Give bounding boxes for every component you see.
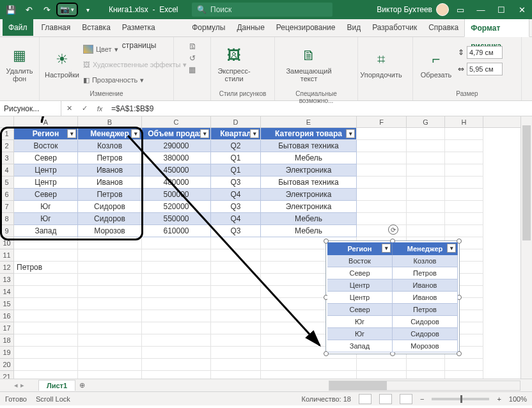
cell[interactable] <box>407 152 445 164</box>
tab-picture-format[interactable]: Формат рисунка <box>464 19 529 37</box>
row-header-20[interactable]: 20 <box>0 359 13 371</box>
cell[interactable] <box>14 249 78 262</box>
cell[interactable]: Восток <box>14 140 78 152</box>
zoom-level[interactable]: 100% <box>509 395 527 403</box>
cell[interactable]: Центр <box>14 164 78 177</box>
cell[interactable]: Q3 <box>211 201 261 213</box>
width-input[interactable]: 5,95 см <box>467 63 503 75</box>
cell[interactable]: Север <box>14 152 78 164</box>
cell[interactable]: Q4 <box>211 189 261 201</box>
cancel-fx-icon[interactable]: ✕ <box>61 101 77 116</box>
cell[interactable] <box>14 359 78 371</box>
search-box[interactable]: 🔍 Поиск <box>192 3 332 17</box>
ribbon-options-icon[interactable]: ▭ <box>450 0 471 19</box>
cell[interactable] <box>142 237 211 249</box>
cell[interactable]: Петров <box>14 262 78 274</box>
horizontal-scrollbar[interactable] <box>329 381 520 391</box>
camera-tool-highlight[interactable]: 📷 ▾ <box>56 3 78 17</box>
cell[interactable] <box>78 298 142 310</box>
cell[interactable] <box>407 213 445 225</box>
formula-input[interactable]: =$A$1:$B$9 <box>107 104 532 113</box>
cell[interactable] <box>445 359 483 371</box>
cell[interactable] <box>445 177 483 189</box>
cell[interactable]: Север <box>14 189 78 201</box>
cell[interactable] <box>211 334 261 347</box>
cell[interactable]: Электроника <box>261 201 357 213</box>
cell[interactable] <box>14 334 78 347</box>
cell[interactable]: Электроника <box>261 164 357 177</box>
cell[interactable] <box>78 334 142 347</box>
cell[interactable] <box>142 286 211 298</box>
row-header-3[interactable]: 3 <box>0 152 13 164</box>
enter-fx-icon[interactable]: ✓ <box>77 101 92 116</box>
zoom-out-button[interactable]: − <box>420 395 424 403</box>
col-header-A[interactable]: A <box>14 116 78 127</box>
cell[interactable] <box>142 371 211 379</box>
normal-view-button[interactable] <box>359 394 372 404</box>
row-header-17[interactable]: 17 <box>0 322 13 334</box>
remove-background-button[interactable]: ▦Удалить фон <box>5 40 34 88</box>
row-header-12[interactable]: 12 <box>0 262 13 274</box>
cell[interactable]: 520000 <box>142 201 211 213</box>
cell[interactable] <box>445 213 483 225</box>
cell[interactable]: Q1 <box>211 152 261 164</box>
row-header-10[interactable]: 10 <box>0 237 13 249</box>
cell[interactable]: Квартал▾ <box>211 128 261 140</box>
cell[interactable] <box>357 164 407 177</box>
filter-dropdown-icon[interactable]: ▾ <box>250 129 259 138</box>
cell[interactable]: Q2 <box>211 140 261 152</box>
sheet-tab[interactable]: Лист1 <box>38 380 75 391</box>
row-header-6[interactable]: 6 <box>0 189 13 201</box>
cell[interactable] <box>14 298 78 310</box>
cell[interactable] <box>78 237 142 249</box>
row-header-14[interactable]: 14 <box>0 286 13 298</box>
cell[interactable] <box>14 371 78 379</box>
cell[interactable]: 380000 <box>142 152 211 164</box>
cell[interactable] <box>78 249 142 262</box>
save-icon[interactable]: 💾 <box>3 1 19 18</box>
row-header-7[interactable]: 7 <box>0 201 13 213</box>
row-header-11[interactable]: 11 <box>0 249 13 262</box>
vertical-scrollbar[interactable] <box>520 116 532 381</box>
cell[interactable]: 450000 <box>142 164 211 177</box>
pasted-camera-picture[interactable]: ⟳ Регион▾Менеджер▾ВостокКозловСеверПетро… <box>325 240 460 354</box>
col-header-B[interactable]: B <box>78 116 142 127</box>
cell[interactable]: Запад <box>14 225 78 237</box>
cell[interactable]: Сидоров <box>78 213 142 225</box>
zoom-slider[interactable] <box>432 398 489 400</box>
cell[interactable] <box>445 152 483 164</box>
cell[interactable]: Мебель <box>261 225 357 237</box>
cell[interactable] <box>211 274 261 286</box>
cell[interactable] <box>142 359 211 371</box>
cell[interactable] <box>407 225 445 237</box>
cell[interactable] <box>261 371 357 379</box>
row-header-8[interactable]: 8 <box>0 213 13 225</box>
change-picture-button[interactable]: 🖻 <box>189 42 196 51</box>
cell[interactable]: Бытовая техника <box>261 177 357 189</box>
cell[interactable]: 610000 <box>142 225 211 237</box>
cell[interactable] <box>211 286 261 298</box>
worksheet-grid[interactable]: ABCDEFGH 1234567891011121314151617181920… <box>0 116 532 379</box>
row-header-16[interactable]: 16 <box>0 310 13 322</box>
cell[interactable] <box>14 347 78 359</box>
cell[interactable]: Регион▾ <box>14 128 78 140</box>
row-header-4[interactable]: 4 <box>0 164 13 177</box>
cell[interactable] <box>78 322 142 334</box>
cell[interactable]: Юг <box>14 201 78 213</box>
cell[interactable]: 550000 <box>142 213 211 225</box>
cell[interactable] <box>142 262 211 274</box>
cell[interactable]: Q3 <box>211 225 261 237</box>
name-box[interactable]: Рисунок... <box>0 101 61 116</box>
cell[interactable]: Петров <box>78 189 142 201</box>
cell[interactable] <box>211 298 261 310</box>
cell[interactable] <box>211 359 261 371</box>
cell[interactable]: Иванов <box>78 177 142 189</box>
filter-dropdown-icon[interactable]: ▾ <box>346 129 355 138</box>
cell[interactable] <box>78 371 142 379</box>
cell[interactable]: 480000 <box>142 177 211 189</box>
cell[interactable] <box>211 262 261 274</box>
tab-home[interactable]: Главная <box>36 19 77 36</box>
select-all-corner[interactable] <box>0 116 14 128</box>
fx-icon[interactable]: fx <box>92 101 107 116</box>
tab-file[interactable]: Файл <box>3 19 33 36</box>
